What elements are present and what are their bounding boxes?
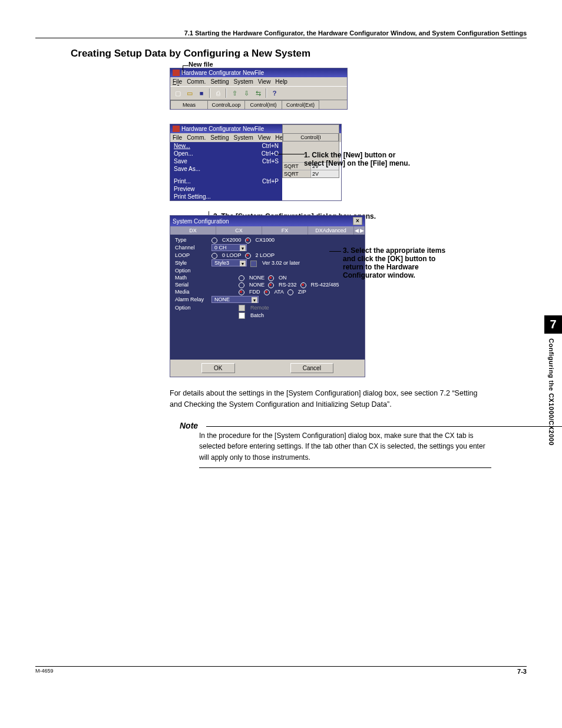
menu-view[interactable]: View bbox=[258, 134, 271, 141]
menu-system[interactable]: System bbox=[234, 78, 253, 85]
new-file-label-text: New file bbox=[189, 61, 213, 68]
footer-left: M-4659 bbox=[35, 668, 54, 675]
radio-ata[interactable] bbox=[264, 289, 270, 295]
checkbox-batch[interactable] bbox=[239, 312, 245, 319]
tab-bar: Meas ControlLoop Control(Int) Control(Ex… bbox=[170, 100, 347, 109]
print-icon[interactable]: ⎙ bbox=[213, 88, 223, 98]
radio-math-none[interactable] bbox=[239, 275, 244, 281]
menu-setting[interactable]: Setting bbox=[210, 78, 229, 85]
menu-comm[interactable]: Comm. bbox=[187, 78, 206, 85]
style-checkbox[interactable] bbox=[250, 261, 257, 267]
tab-cx[interactable]: CX bbox=[216, 226, 262, 235]
upload-icon[interactable]: ⇧ bbox=[229, 88, 240, 98]
label-channel: Channel bbox=[175, 245, 208, 251]
radio-0loop[interactable] bbox=[211, 253, 217, 259]
radio-cx2000[interactable] bbox=[211, 238, 217, 243]
label-loop: LOOP bbox=[175, 252, 208, 258]
app-icon bbox=[173, 70, 180, 76]
label-math: Math bbox=[175, 275, 208, 281]
new-icon[interactable]: ▢ bbox=[173, 88, 183, 98]
tab-controlloop[interactable]: ControlLoop bbox=[207, 100, 245, 109]
section-heading: Creating Setup Data by Configuring a New… bbox=[71, 48, 527, 60]
window-title: Hardware Configurator NewFile bbox=[181, 126, 264, 132]
menu-item-print[interactable]: Print...Ctrl+P bbox=[170, 177, 282, 185]
menu-setting[interactable]: Setting bbox=[210, 134, 229, 141]
tab-nav-icons[interactable]: ◀ ▶ bbox=[354, 228, 365, 233]
radio-math-on[interactable] bbox=[268, 275, 274, 281]
label-type: Type bbox=[175, 237, 208, 243]
radio-fdd[interactable] bbox=[239, 289, 244, 295]
menu-item-printsetting[interactable]: Print Setting... bbox=[170, 193, 282, 200]
tab-controlint[interactable]: Control(Int) bbox=[244, 100, 282, 109]
note-heading: Note bbox=[180, 421, 527, 430]
help-icon[interactable]: ? bbox=[269, 88, 280, 98]
ok-button[interactable]: OK bbox=[201, 363, 234, 373]
open-icon[interactable]: ▭ bbox=[184, 88, 195, 98]
toolbar: ▢ ▭ ■ ⎙ ⇧ ⇩ ⇆ ? bbox=[170, 86, 347, 100]
menu-item-open[interactable]: Open...Ctrl+O bbox=[170, 150, 282, 157]
tab-dxadvanced[interactable]: DXAdvanced bbox=[308, 226, 354, 235]
menu-item-save[interactable]: SaveCtrl+S bbox=[170, 157, 282, 165]
menu-item-new[interactable]: New... Ctrl+N bbox=[170, 142, 282, 150]
radio-rs232[interactable] bbox=[268, 282, 274, 288]
tab-fx[interactable]: FX bbox=[262, 226, 308, 235]
page-footer: M-4659 7-3 bbox=[35, 666, 527, 675]
menu-item-saveas[interactable]: Save As... bbox=[170, 165, 282, 173]
save-icon[interactable]: ■ bbox=[196, 88, 207, 98]
menu-help[interactable]: Help bbox=[275, 78, 287, 85]
label-option: Option bbox=[175, 268, 208, 274]
tab-meas[interactable]: Meas bbox=[170, 100, 208, 109]
menu-system[interactable]: System bbox=[234, 134, 253, 141]
channel-select[interactable]: 0 CH▼ bbox=[211, 244, 247, 251]
dialog-titlebar: System Configuration × bbox=[170, 216, 365, 226]
tab-dx[interactable]: DX bbox=[170, 226, 216, 235]
dialog-button-row: OK Cancel bbox=[170, 360, 365, 377]
transfer-icon[interactable]: ⇆ bbox=[253, 88, 263, 98]
checkbox-remote bbox=[239, 305, 245, 311]
menu-bar: File Comm. Setting System View Help bbox=[170, 77, 347, 86]
side-tab: 7 Configuring the CX1000/CX2000 bbox=[544, 315, 562, 450]
label-serial: Serial bbox=[175, 282, 208, 288]
cancel-button[interactable]: Cancel bbox=[290, 363, 333, 373]
new-file-callout: New file bbox=[189, 61, 527, 68]
step-1-text: 1. Click the [New] button or select [New… bbox=[304, 151, 410, 167]
system-configuration-dialog: System Configuration × DX CX FX DXAdvanc… bbox=[170, 215, 365, 377]
label-style: Style bbox=[175, 260, 208, 266]
alarm-select[interactable]: NONE▼ bbox=[211, 296, 259, 303]
chapter-number: 7 bbox=[544, 315, 562, 334]
dialog-tab-row: DX CX FX DXAdvanced ◀ ▶ bbox=[170, 226, 365, 235]
close-icon[interactable]: × bbox=[353, 217, 362, 225]
footer-page-number: 7-3 bbox=[517, 668, 527, 675]
menu-item-preview[interactable]: Preview bbox=[170, 185, 282, 193]
window-title: Hardware Configurator NewFile bbox=[181, 70, 264, 76]
note-body: In the procedure for the [System Configu… bbox=[199, 430, 491, 469]
tab-controlint-fragment[interactable]: Control(I bbox=[283, 133, 339, 141]
tab-controlext[interactable]: Control(Ext) bbox=[282, 100, 319, 109]
style-select[interactable]: Style3▼ bbox=[211, 259, 247, 266]
menu-file[interactable]: File bbox=[173, 78, 182, 85]
app-icon bbox=[173, 126, 180, 132]
radio-cx1000[interactable] bbox=[245, 238, 251, 243]
body-paragraph: For details about the settings in the [S… bbox=[170, 388, 491, 410]
running-header: 7.1 Starting the Hardware Configurator, … bbox=[35, 29, 527, 38]
dialog-title: System Configuration bbox=[173, 218, 229, 225]
menu-file[interactable]: File bbox=[173, 134, 182, 141]
titlebar: Hardware Configurator NewFile bbox=[170, 68, 347, 77]
step-3-text: 3. Select the appropriate items and clic… bbox=[343, 246, 461, 279]
menu-view[interactable]: View bbox=[258, 78, 271, 85]
radio-serial-none[interactable] bbox=[239, 282, 244, 288]
hw-configurator-window-1: Hardware Configurator NewFile File Comm.… bbox=[170, 68, 348, 110]
menu-comm[interactable]: Comm. bbox=[187, 134, 206, 141]
radio-2loop[interactable] bbox=[245, 253, 251, 259]
dialog-body: Type CX2000 CX1000 Channel 0 CH▼ LOOP 0 … bbox=[170, 235, 365, 360]
chapter-title-vertical: Configuring the CX1000/CX2000 bbox=[544, 334, 558, 450]
download-icon[interactable]: ⇩ bbox=[241, 88, 252, 98]
label-option2: Option bbox=[175, 305, 208, 311]
label-alarm: Alarm Relay bbox=[175, 297, 208, 302]
label-media: Media bbox=[175, 289, 208, 295]
style-note: Ver 3.02 or later bbox=[262, 260, 300, 266]
radio-zip[interactable] bbox=[287, 289, 293, 295]
radio-rs422[interactable] bbox=[300, 282, 306, 288]
file-menu-dropdown: New... Ctrl+N Open...Ctrl+O SaveCtrl+S S… bbox=[170, 142, 282, 200]
